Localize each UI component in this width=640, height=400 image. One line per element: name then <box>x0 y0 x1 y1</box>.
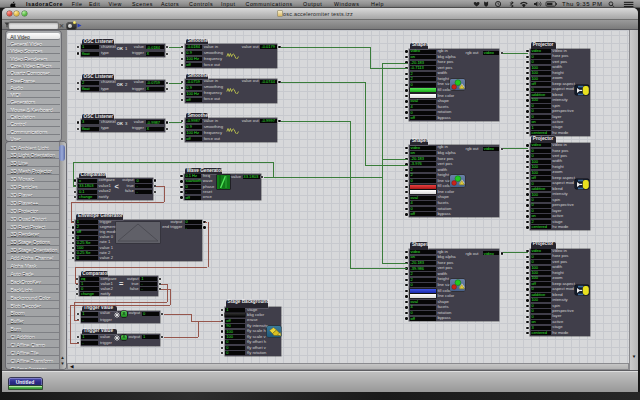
svg-text:Thu 9:35 PM: Thu 9:35 PM <box>562 2 602 8</box>
